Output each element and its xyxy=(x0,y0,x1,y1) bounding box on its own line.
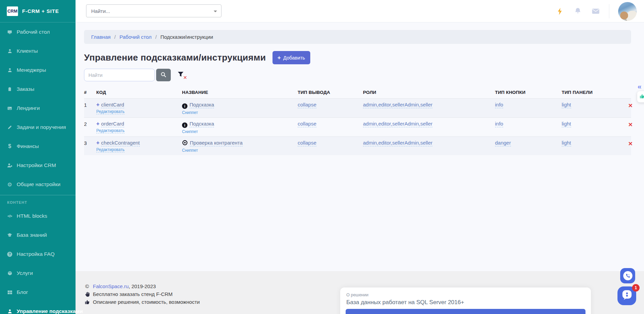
brand-title: F-CRM + SITE xyxy=(22,8,59,14)
roles-link[interactable]: admin,editor,sellerAdmin,seller xyxy=(363,140,432,146)
sidebar-item-crm-settings[interactable]: Настройки CRM xyxy=(0,156,76,175)
clear-x-icon: ✕ xyxy=(183,75,187,80)
collapse-panel-toggle[interactable]: « xyxy=(638,82,641,90)
code-link[interactable]: clientCard xyxy=(101,102,124,108)
sidebar-item-label: Менеджеры xyxy=(17,67,46,73)
magnifier-icon xyxy=(161,72,166,79)
name-link[interactable]: Подсказка xyxy=(189,121,214,127)
code-cell: +checkContragent Редактировать xyxy=(96,140,182,152)
button-type-link[interactable]: info xyxy=(495,102,503,108)
sidebar-item-label: Общие настройки xyxy=(17,181,61,187)
eye-icon xyxy=(182,141,188,147)
plus-icon: + xyxy=(278,55,281,61)
roles-link[interactable]: admin,editor,sellerAdmin,seller xyxy=(363,121,432,127)
sidebar-item-knowledge-base[interactable]: База знаний xyxy=(0,226,76,245)
output-type-link[interactable]: collapse xyxy=(298,121,316,127)
description-line[interactable]: Описание решения, стоимость, возможности xyxy=(84,299,200,305)
name-cell: iПодсказка Сниппет xyxy=(182,102,298,115)
info-circle-icon: i xyxy=(182,103,187,109)
breadcrumb-home[interactable]: Главная xyxy=(91,34,111,40)
roles-link[interactable]: admin,editor,sellerAdmin,seller xyxy=(363,102,432,108)
panel-type-link[interactable]: light xyxy=(562,140,571,146)
page-title: Управление подсказками/инструкциями xyxy=(84,52,266,63)
thumbs-up-icon xyxy=(84,299,90,304)
snippet-label: Сниппет xyxy=(182,110,198,115)
add-button[interactable]: + Добавить xyxy=(273,51,310,64)
panel-type-link[interactable]: light xyxy=(562,102,571,108)
output-type-link[interactable]: collapse xyxy=(298,140,316,146)
plus-icon: + xyxy=(96,102,99,108)
sidebar-item-services[interactable]: Услуги xyxy=(0,264,76,283)
code-link[interactable]: orderCard xyxy=(101,121,124,127)
search-input[interactable] xyxy=(84,69,155,81)
output-type-link[interactable]: collapse xyxy=(298,102,316,108)
edit-link[interactable]: Редактировать xyxy=(96,147,125,152)
copyright-years: , 2019-2023 xyxy=(129,283,156,289)
feedback-tab[interactable] xyxy=(637,91,644,102)
sidebar-item-landings[interactable]: Лендинги xyxy=(0,99,76,118)
code-link[interactable]: checkContragent xyxy=(101,140,139,146)
sidebar-item-desktop[interactable]: Рабочий стол xyxy=(0,22,76,42)
sidebar-item-label: Заказы xyxy=(17,86,34,92)
info-circle-icon: i xyxy=(182,122,187,128)
thumbs-up-icon xyxy=(640,94,644,100)
code-icon: </> xyxy=(6,214,13,218)
bolt-icon[interactable] xyxy=(556,8,563,15)
user-icon xyxy=(6,68,13,72)
sidebar-item-tasks[interactable]: Задачи и поручения xyxy=(0,118,76,137)
sidebar-item-orders[interactable]: Заказы xyxy=(0,80,76,99)
sidebar-item-blog[interactable]: Блог xyxy=(0,283,76,302)
topbar: Найти... xyxy=(76,0,644,22)
copyright-line: © FalconSpace.ru, 2019-2023 xyxy=(84,283,200,289)
delete-button[interactable]: × xyxy=(628,121,632,128)
sidebar-item-label: Блог xyxy=(17,289,28,295)
col-header-name: НАЗВАНИЕ xyxy=(182,90,298,95)
global-search-select[interactable]: Найти... xyxy=(86,4,221,17)
row-number: 3 xyxy=(84,140,96,146)
delete-button[interactable]: × xyxy=(628,102,632,109)
avatar[interactable] xyxy=(618,2,637,21)
button-type-link[interactable]: danger xyxy=(495,140,511,146)
breadcrumb-desktop[interactable]: Рабочий стол xyxy=(119,34,151,40)
sidebar-item-managers[interactable]: Менеджеры xyxy=(0,61,76,80)
crm-logo: CRM xyxy=(7,6,18,16)
panel-type-link[interactable]: light xyxy=(562,121,571,127)
envelope-icon[interactable] xyxy=(592,9,599,14)
footer-lines: © FalconSpace.ru, 2019-2023 Бесплатно за… xyxy=(84,283,200,305)
clear-filter-button[interactable]: ✕ xyxy=(178,71,186,79)
clipboard-icon xyxy=(6,87,13,92)
topbar-divider xyxy=(609,4,609,18)
sidebar-item-clients[interactable]: Клиенты xyxy=(0,42,76,61)
sidebar-item-label: Рабочий стол xyxy=(17,29,50,35)
name-link[interactable]: Проверка контрагента xyxy=(190,140,243,146)
falconspace-link[interactable]: FalconSpace.ru xyxy=(93,283,129,289)
desktop-icon xyxy=(6,30,13,34)
sidebar-item-label: Финансы xyxy=(17,143,39,149)
sidebar-item-html-blocks[interactable]: </> HTML blocks xyxy=(0,206,76,226)
brand: CRM F-CRM + SITE xyxy=(0,0,76,22)
sidebar-item-faq-settings[interactable]: ? Настройка FAQ xyxy=(0,245,76,264)
search-button[interactable] xyxy=(156,69,171,81)
plus-icon: + xyxy=(96,140,99,146)
about-panel-button[interactable] xyxy=(346,309,585,314)
free-stand-line[interactable]: Бесплатно заказать стенд F-CRM xyxy=(84,291,200,297)
sidebar-item-label: Лендинги xyxy=(17,105,40,111)
plus-icon: + xyxy=(96,121,99,127)
button-type-link[interactable]: info xyxy=(495,121,503,127)
about-panel-text: База данных работает на SQL Server 2016+ xyxy=(346,299,585,306)
bell-icon[interactable] xyxy=(574,7,581,15)
sidebar-item-tooltips-management[interactable]: Управление подсказками xyxy=(0,302,76,314)
edit-link[interactable]: Редактировать xyxy=(96,109,125,114)
viber-button[interactable] xyxy=(620,268,635,283)
col-header-num: # xyxy=(84,90,96,95)
name-link[interactable]: Подсказка xyxy=(189,102,214,108)
breadcrumb-current: Подсказки/инструкции xyxy=(161,34,213,40)
edit-link[interactable]: Редактировать xyxy=(96,128,125,133)
col-header-button: ТИП КНОПКИ xyxy=(495,90,562,95)
breadcrumb: Главная / Рабочий стол / Подсказки/инстр… xyxy=(84,30,631,44)
sidebar-item-general-settings[interactable]: ⚙ Общие настройки xyxy=(0,175,76,194)
delete-button[interactable]: × xyxy=(628,140,632,147)
grid-icon xyxy=(6,290,13,295)
sidebar-item-finance[interactable]: $ Финансы xyxy=(0,137,76,156)
dollar-icon: $ xyxy=(6,143,13,149)
